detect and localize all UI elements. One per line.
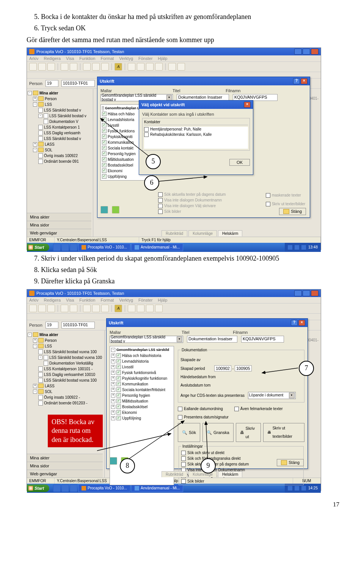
tb-nav-first-icon[interactable] — [128, 63, 135, 71]
tb-new-icon[interactable] — [29, 63, 37, 71]
close-button-2[interactable] — [311, 290, 318, 296]
tab-mina-sidor-2[interactable]: Mina sidor — [27, 462, 103, 470]
tb-extra1-icon[interactable] — [168, 63, 176, 71]
menu-hjalp[interactable]: Hjälp — [158, 56, 167, 61]
person-id-field-2[interactable]: 101010-TF01 — [61, 322, 95, 329]
combo-arrow-icon-2[interactable]: ▾ — [177, 336, 182, 342]
tb-nav-prev-icon[interactable] — [137, 63, 144, 71]
tb-nav-last-icon-b[interactable] — [155, 305, 163, 312]
footer-tab-rubrik-2[interactable]: Rubrikträd — [162, 471, 187, 477]
tab-web-genvagar-2[interactable]: Web genvägar — [27, 470, 103, 478]
tb-print-icon[interactable] — [61, 63, 68, 71]
utskrift-help-button[interactable]: ? — [293, 78, 300, 84]
tb-extra2-icon[interactable] — [177, 63, 185, 71]
bottom-icon-1b[interactable] — [110, 457, 117, 465]
tb-save-icon-b[interactable] — [47, 305, 55, 312]
valj-opt-1[interactable]: Hemtjänstpersonal: Puh, Nalle — [144, 127, 248, 132]
tb-preview-icon[interactable] — [70, 63, 77, 71]
minimize-button[interactable] — [294, 49, 302, 55]
tree-2[interactable]: -Mina akter +Person -LSS LSS Särskild bo… — [28, 332, 104, 406]
inst-2[interactable] — [181, 462, 186, 467]
task-item-2[interactable]: Användarmanual - Mi... — [131, 244, 183, 251]
utskrift-close-button[interactable]: × — [301, 78, 308, 84]
menubar-2[interactable]: Arkiv Redigera Visa Funktion Format Verk… — [27, 297, 321, 303]
cb-aven[interactable] — [234, 407, 239, 411]
menu-arkiv[interactable]: Arkiv — [29, 56, 38, 61]
stang-button-2[interactable]: Stäng — [277, 459, 304, 466]
tb-open-icon-b[interactable] — [38, 305, 46, 312]
menubar[interactable]: Arkiv Redigera Visa Funktion Format Verk… — [27, 55, 321, 62]
tb-new-icon-b[interactable] — [29, 305, 37, 312]
footer-tab-kolumn-2[interactable]: Kolumnläge — [188, 471, 217, 477]
quick-icon-1[interactable] — [53, 244, 61, 251]
cb-fallande[interactable] — [178, 407, 182, 411]
tb-paste-icon-b[interactable] — [101, 305, 109, 312]
quick-icon-2b[interactable] — [61, 484, 69, 492]
valj-ok-button[interactable]: OK — [229, 159, 250, 166]
tb-save-icon[interactable] — [47, 63, 55, 71]
tb-open-icon[interactable] — [38, 63, 46, 71]
period-from-field[interactable]: 100902 — [214, 365, 231, 371]
close-button[interactable] — [311, 49, 318, 55]
tb-nav-last-icon[interactable] — [155, 63, 163, 71]
footer-tab-rubrik[interactable]: Rubrikträd — [162, 230, 187, 236]
inst-5[interactable] — [181, 479, 186, 484]
menu-verktyg[interactable]: Verktyg — [119, 56, 133, 61]
bottom-icon-1[interactable] — [100, 206, 108, 214]
bottom-icon-2[interactable] — [112, 206, 119, 214]
tab-mina-sidor[interactable]: Mina sidor — [27, 221, 91, 229]
combo-arrow-icon[interactable]: ▾ — [166, 95, 172, 101]
menu-fonster[interactable]: Fönster — [138, 56, 152, 61]
quick-icon-3b[interactable] — [70, 484, 77, 492]
person-code-field-2[interactable]: 19 — [46, 322, 58, 329]
tb-copy-icon-b[interactable] — [92, 305, 100, 312]
utskrift-help-button-2[interactable]: ? — [291, 320, 298, 326]
skriv-ut-texter-button[interactable]: 🖶 Skriv ut texter/bilder — [263, 423, 304, 442]
tb-preview-icon-b[interactable] — [70, 305, 77, 312]
tb-print-icon-b[interactable] — [61, 305, 68, 312]
tb-font-a-icon[interactable]: A — [115, 63, 122, 71]
tree[interactable]: -Mina akter +Person -LSS LSS Särskild bo… — [28, 90, 92, 164]
inst-1[interactable] — [181, 456, 186, 461]
footer-tab-kolumn[interactable]: Kolumnläge — [188, 230, 217, 236]
maximize-button-2[interactable] — [303, 290, 310, 296]
menu-format[interactable]: Format — [101, 56, 114, 61]
tb-paste-icon[interactable] — [101, 63, 109, 71]
tb-nav-next-icon-b[interactable] — [146, 305, 154, 312]
task-item-1[interactable]: Procapita VoO - 1010... — [78, 244, 130, 251]
utskrift-close-button-2[interactable]: × — [298, 320, 305, 326]
tb-copy-icon[interactable] — [92, 63, 100, 71]
period-to-field[interactable]: 100905 — [235, 365, 252, 371]
maximize-button[interactable] — [303, 49, 310, 55]
tab-mina-akter[interactable]: Mina akter — [27, 213, 91, 221]
person-id-field[interactable]: 101010-TF01 — [61, 80, 95, 87]
tb-cut-icon[interactable] — [83, 63, 91, 71]
person-code-field[interactable]: 19 — [46, 80, 58, 87]
minimize-button-2[interactable] — [294, 290, 302, 296]
menu-funktion[interactable]: Funktion — [79, 56, 95, 61]
valj-list[interactable]: Hemtjänstpersonal: Puh, Nalle Rehabsjuks… — [144, 127, 248, 149]
tb-nav-first-icon-b[interactable] — [128, 305, 135, 312]
cb-presentera[interactable] — [178, 415, 182, 420]
start-button-2[interactable]: Start — [27, 484, 49, 492]
menu-redigera[interactable]: Redigera — [44, 56, 61, 61]
granska-button[interactable]: 🔍 Granska — [202, 423, 234, 442]
mallar-combo-2[interactable]: Genomförandeplan LSS särskild bostad v▾ — [110, 336, 183, 343]
sok-button[interactable]: 🔍 Sök — [178, 423, 200, 442]
quick-icon-3[interactable] — [70, 244, 77, 251]
inst-0[interactable] — [181, 451, 186, 455]
footer-tab-helskarm[interactable]: Helskärm — [218, 230, 242, 236]
footer-tab-helskarm-2[interactable]: Helskärm — [218, 471, 242, 477]
tab-mina-akter-2[interactable]: Mina akter — [27, 454, 103, 462]
tb-cut-icon-b[interactable] — [83, 305, 91, 312]
quick-icon-1b[interactable] — [53, 484, 61, 492]
quick-icon-2[interactable] — [61, 244, 69, 251]
stang-button[interactable]: Stäng — [279, 208, 306, 215]
tb-font-a-icon-b[interactable]: A — [115, 305, 122, 312]
valj-opt-2[interactable]: Rehabsjuksköterska: Karlsson, Kalle — [144, 132, 248, 137]
start-button[interactable]: Start — [27, 244, 49, 251]
valj-close-button[interactable]: × — [244, 102, 251, 108]
tb-nav-next-icon[interactable] — [146, 63, 154, 71]
menu-visa[interactable]: Visa — [66, 56, 74, 61]
tb-nav-prev-icon-b[interactable] — [137, 305, 144, 312]
